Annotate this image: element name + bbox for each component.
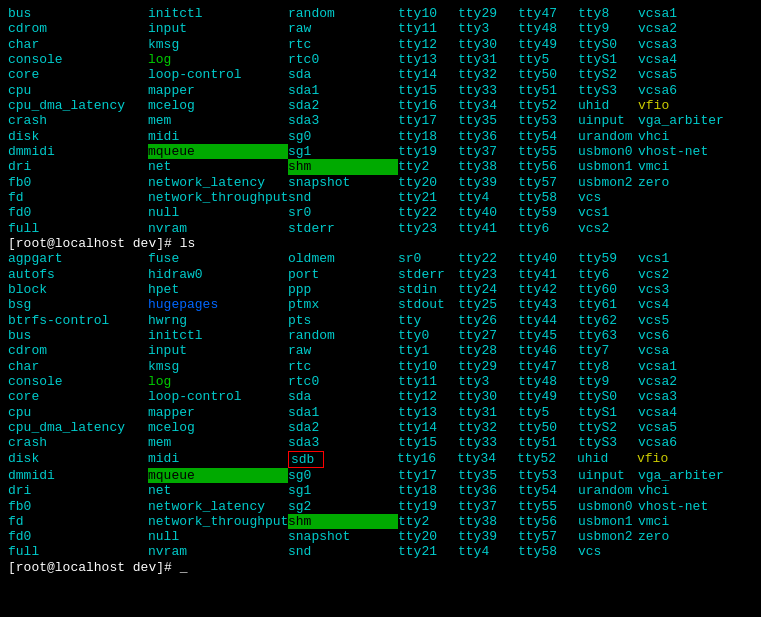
output-row: cdrom input raw tty11 tty3 tty48 tty9 vc… (8, 21, 753, 36)
output-row: agpgart fuse oldmem sr0 tty22 tty40 tty5… (8, 251, 753, 266)
prompt-line: [root@localhost dev]# ls (8, 236, 753, 251)
output-row: disk midi sdb tty16 tty34 tty52 uhid vfi… (8, 451, 753, 468)
output-row: fd0 null sr0 tty22 tty40 tty59 vcs1 (8, 205, 753, 220)
col3: random (288, 6, 398, 21)
final-prompt-text: [root@localhost dev]# _ (8, 560, 187, 575)
col6: tty47 (518, 6, 578, 21)
prompt-text: [root@localhost dev]# ls (8, 236, 195, 251)
output-row: cpu mapper sda1 tty15 tty33 tty51 ttyS3 … (8, 83, 753, 98)
col5: tty29 (458, 6, 518, 21)
output-row: cpu_dma_latency mcelog sda2 tty16 tty34 … (8, 98, 753, 113)
output-row: cpu mapper sda1 tty13 tty31 tty5 ttyS1 v… (8, 405, 753, 420)
output-row: cpu_dma_latency mcelog sda2 tty14 tty32 … (8, 420, 753, 435)
output-row: fb0 network_latency sg2 tty19 tty37 tty5… (8, 499, 753, 514)
output-row: full nvram stderr tty23 tty41 tty6 vcs2 (8, 221, 753, 236)
output-row: core loop-control sda tty14 tty32 tty50 … (8, 67, 753, 82)
col2: initctl (148, 6, 288, 21)
output-row: fd0 null snapshot tty20 tty39 tty57 usbm… (8, 529, 753, 544)
col1: bus (8, 6, 148, 21)
terminal-window: bus initctl random tty10 tty29 tty47 tty… (8, 6, 753, 575)
output-row: crash mem sda3 tty17 tty35 tty53 uinput … (8, 113, 753, 128)
output-row: autofs hidraw0 port stderr tty23 tty41 t… (8, 267, 753, 282)
output-row: btrfs-control hwrng pts tty tty26 tty44 … (8, 313, 753, 328)
output-row: console log rtc0 tty13 tty31 tty5 ttyS1 … (8, 52, 753, 67)
output-row: char kmsg rtc tty10 tty29 tty47 tty8 vcs… (8, 359, 753, 374)
output-row: core loop-control sda tty12 tty30 tty49 … (8, 389, 753, 404)
output-row: fd network_throughput snd tty21 tty4 tty… (8, 190, 753, 205)
col7: tty8 (578, 6, 638, 21)
output-row: full nvram snd tty21 tty4 tty58 vcs (8, 544, 753, 559)
output-row: bus initctl random tty0 tty27 tty45 tty6… (8, 328, 753, 343)
col4: tty10 (398, 6, 458, 21)
output-row: fd network_throughput shm tty2 tty38 tty… (8, 514, 753, 529)
output-row: dri net shm tty2 tty38 tty56 usbmon1 vmc… (8, 159, 753, 174)
output-row: dri net sg1 tty18 tty36 tty54 urandom vh… (8, 483, 753, 498)
output-row: dmmidi mqueue sg0 tty17 tty35 tty53 uinp… (8, 468, 753, 483)
output-row: cdrom input raw tty1 tty28 tty46 tty7 vc… (8, 343, 753, 358)
col8: vcsa1 (638, 6, 708, 21)
output-row: bus initctl random tty10 tty29 tty47 tty… (8, 6, 753, 21)
final-prompt-line[interactable]: [root@localhost dev]# _ (8, 560, 753, 575)
output-row: dmmidi mqueue sg1 tty19 tty37 tty55 usbm… (8, 144, 753, 159)
output-row: console log rtc0 tty11 tty3 tty48 tty9 v… (8, 374, 753, 389)
output-row: char kmsg rtc tty12 tty30 tty49 ttyS0 vc… (8, 37, 753, 52)
output-row: block hpet ppp stdin tty24 tty42 tty60 v… (8, 282, 753, 297)
output-row: fb0 network_latency snapshot tty20 tty39… (8, 175, 753, 190)
output-row: disk midi sg0 tty18 tty36 tty54 urandom … (8, 129, 753, 144)
output-row: crash mem sda3 tty15 tty33 tty51 ttyS3 v… (8, 435, 753, 450)
output-row: bsg hugepages ptmx stdout tty25 tty43 tt… (8, 297, 753, 312)
